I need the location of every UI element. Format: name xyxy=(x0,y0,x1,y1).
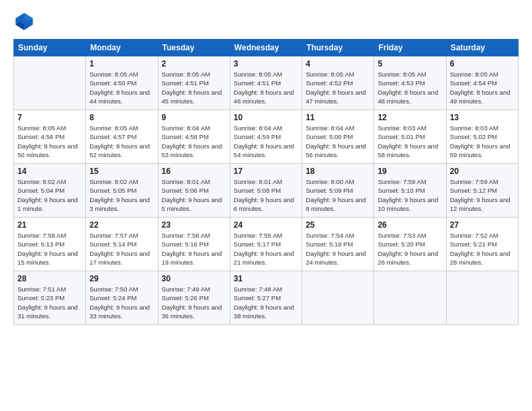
calendar-cell: 16Sunrise: 8:01 AMSunset: 5:06 PMDayligh… xyxy=(158,164,230,218)
header xyxy=(13,11,519,32)
calendar-cell: 21Sunrise: 7:58 AMSunset: 5:13 PMDayligh… xyxy=(14,218,86,271)
calendar-cell: 10Sunrise: 8:04 AMSunset: 4:59 PMDayligh… xyxy=(230,110,302,164)
calendar-cell: 27Sunrise: 7:52 AMSunset: 5:21 PMDayligh… xyxy=(446,218,518,271)
day-number: 12 xyxy=(378,113,442,122)
calendar-cell: 18Sunrise: 8:00 AMSunset: 5:09 PMDayligh… xyxy=(302,164,374,218)
weekday-header-sunday: Sunday xyxy=(14,40,86,56)
day-number: 4 xyxy=(306,59,370,68)
calendar-cell: 3Sunrise: 8:05 AMSunset: 4:51 PMDaylight… xyxy=(230,56,302,110)
weekday-header-wednesday: Wednesday xyxy=(230,40,302,56)
calendar-cell: 8Sunrise: 8:05 AMSunset: 4:57 PMDaylight… xyxy=(86,110,158,164)
day-number: 9 xyxy=(162,113,226,122)
day-number: 18 xyxy=(306,167,370,176)
day-info: Sunrise: 8:04 AMSunset: 4:58 PMDaylight:… xyxy=(162,124,226,159)
weekday-header-saturday: Saturday xyxy=(446,40,518,56)
calendar-cell: 7Sunrise: 8:05 AMSunset: 4:56 PMDaylight… xyxy=(14,110,86,164)
day-info: Sunrise: 7:48 AMSunset: 5:27 PMDaylight:… xyxy=(234,285,298,320)
day-info: Sunrise: 7:55 AMSunset: 5:17 PMDaylight:… xyxy=(234,231,298,267)
day-info: Sunrise: 8:05 AMSunset: 4:51 PMDaylight:… xyxy=(234,70,298,105)
calendar-cell: 24Sunrise: 7:55 AMSunset: 5:17 PMDayligh… xyxy=(230,218,302,271)
day-number: 24 xyxy=(234,220,298,230)
calendar-cell xyxy=(302,271,374,325)
day-info: Sunrise: 8:02 AMSunset: 5:05 PMDaylight:… xyxy=(89,177,154,213)
day-info: Sunrise: 8:05 AMSunset: 4:56 PMDaylight:… xyxy=(17,124,82,159)
day-number: 5 xyxy=(378,59,442,68)
weekday-header-friday: Friday xyxy=(374,40,446,56)
calendar-cell: 1Sunrise: 8:05 AMSunset: 4:50 PMDaylight… xyxy=(86,56,158,110)
weekday-header-row: SundayMondayTuesdayWednesdayThursdayFrid… xyxy=(14,40,519,56)
day-info: Sunrise: 7:49 AMSunset: 5:26 PMDaylight:… xyxy=(162,285,226,320)
calendar-cell: 15Sunrise: 8:02 AMSunset: 5:05 PMDayligh… xyxy=(86,164,158,218)
day-number: 1 xyxy=(89,59,154,68)
calendar-week-5: 28Sunrise: 7:51 AMSunset: 5:23 PMDayligh… xyxy=(14,271,519,325)
day-number: 7 xyxy=(17,113,82,122)
calendar-cell xyxy=(14,56,86,110)
day-info: Sunrise: 8:03 AMSunset: 5:02 PMDaylight:… xyxy=(450,124,515,159)
calendar-week-2: 7Sunrise: 8:05 AMSunset: 4:56 PMDaylight… xyxy=(14,110,519,164)
calendar-cell: 12Sunrise: 8:03 AMSunset: 5:01 PMDayligh… xyxy=(374,110,446,164)
day-info: Sunrise: 7:54 AMSunset: 5:18 PMDaylight:… xyxy=(306,231,370,267)
day-info: Sunrise: 7:50 AMSunset: 5:24 PMDaylight:… xyxy=(89,285,154,320)
day-number: 11 xyxy=(306,113,370,122)
calendar-cell: 23Sunrise: 7:56 AMSunset: 5:16 PMDayligh… xyxy=(158,218,230,271)
day-info: Sunrise: 7:59 AMSunset: 5:12 PMDaylight:… xyxy=(450,177,515,213)
calendar-cell: 11Sunrise: 8:04 AMSunset: 5:00 PMDayligh… xyxy=(302,110,374,164)
calendar-cell: 4Sunrise: 8:05 AMSunset: 4:52 PMDaylight… xyxy=(302,56,374,110)
day-number: 23 xyxy=(162,220,226,230)
calendar-cell: 29Sunrise: 7:50 AMSunset: 5:24 PMDayligh… xyxy=(86,271,158,325)
day-number: 20 xyxy=(450,167,515,176)
day-info: Sunrise: 7:58 AMSunset: 5:13 PMDaylight:… xyxy=(17,231,82,267)
weekday-header-thursday: Thursday xyxy=(302,40,374,56)
day-info: Sunrise: 7:57 AMSunset: 5:14 PMDaylight:… xyxy=(89,231,154,267)
day-number: 2 xyxy=(162,59,226,68)
calendar-week-1: 1Sunrise: 8:05 AMSunset: 4:50 PMDaylight… xyxy=(14,56,519,110)
day-number: 22 xyxy=(89,220,154,230)
logo xyxy=(13,11,38,32)
day-number: 6 xyxy=(450,59,515,68)
day-info: Sunrise: 7:51 AMSunset: 5:23 PMDaylight:… xyxy=(17,285,82,320)
calendar-cell: 5Sunrise: 8:05 AMSunset: 4:53 PMDaylight… xyxy=(374,56,446,110)
day-number: 10 xyxy=(234,113,298,122)
day-info: Sunrise: 8:05 AMSunset: 4:57 PMDaylight:… xyxy=(89,124,154,159)
day-info: Sunrise: 8:03 AMSunset: 5:01 PMDaylight:… xyxy=(378,124,442,159)
day-number: 21 xyxy=(17,220,82,230)
day-info: Sunrise: 7:59 AMSunset: 5:10 PMDaylight:… xyxy=(378,177,442,213)
day-info: Sunrise: 8:00 AMSunset: 5:09 PMDaylight:… xyxy=(306,177,370,213)
day-info: Sunrise: 8:01 AMSunset: 5:08 PMDaylight:… xyxy=(234,177,298,213)
day-info: Sunrise: 8:05 AMSunset: 4:52 PMDaylight:… xyxy=(306,70,370,105)
calendar-cell: 9Sunrise: 8:04 AMSunset: 4:58 PMDaylight… xyxy=(158,110,230,164)
calendar-cell: 20Sunrise: 7:59 AMSunset: 5:12 PMDayligh… xyxy=(446,164,518,218)
calendar-cell xyxy=(374,271,446,325)
calendar-cell: 17Sunrise: 8:01 AMSunset: 5:08 PMDayligh… xyxy=(230,164,302,218)
calendar-table: SundayMondayTuesdayWednesdayThursdayFrid… xyxy=(13,39,519,325)
day-number: 19 xyxy=(378,167,442,176)
day-info: Sunrise: 8:01 AMSunset: 5:06 PMDaylight:… xyxy=(162,177,226,213)
weekday-header-tuesday: Tuesday xyxy=(158,40,230,56)
calendar-cell: 26Sunrise: 7:53 AMSunset: 5:20 PMDayligh… xyxy=(374,218,446,271)
day-number: 8 xyxy=(89,113,154,122)
calendar-cell: 14Sunrise: 8:02 AMSunset: 5:04 PMDayligh… xyxy=(14,164,86,218)
calendar-cell: 13Sunrise: 8:03 AMSunset: 5:02 PMDayligh… xyxy=(446,110,518,164)
day-number: 16 xyxy=(162,167,226,176)
calendar-cell: 28Sunrise: 7:51 AMSunset: 5:23 PMDayligh… xyxy=(14,271,86,325)
day-info: Sunrise: 8:04 AMSunset: 5:00 PMDaylight:… xyxy=(306,124,370,159)
calendar-cell: 25Sunrise: 7:54 AMSunset: 5:18 PMDayligh… xyxy=(302,218,374,271)
day-number: 15 xyxy=(89,167,154,176)
page: SundayMondayTuesdayWednesdayThursdayFrid… xyxy=(0,0,532,411)
day-info: Sunrise: 8:05 AMSunset: 4:50 PMDaylight:… xyxy=(89,70,154,105)
day-info: Sunrise: 7:56 AMSunset: 5:16 PMDaylight:… xyxy=(162,231,226,267)
day-number: 27 xyxy=(450,220,515,230)
day-number: 31 xyxy=(234,274,298,283)
day-number: 30 xyxy=(162,274,226,283)
calendar-week-3: 14Sunrise: 8:02 AMSunset: 5:04 PMDayligh… xyxy=(14,164,519,218)
day-number: 26 xyxy=(378,220,442,230)
day-number: 25 xyxy=(306,220,370,230)
day-info: Sunrise: 7:52 AMSunset: 5:21 PMDaylight:… xyxy=(450,231,515,267)
calendar-cell: 22Sunrise: 7:57 AMSunset: 5:14 PMDayligh… xyxy=(86,218,158,271)
day-info: Sunrise: 8:02 AMSunset: 5:04 PMDaylight:… xyxy=(17,177,82,213)
day-info: Sunrise: 8:05 AMSunset: 4:54 PMDaylight:… xyxy=(450,70,515,105)
day-number: 13 xyxy=(450,113,515,122)
day-number: 14 xyxy=(17,167,82,176)
day-info: Sunrise: 8:05 AMSunset: 4:51 PMDaylight:… xyxy=(162,70,226,105)
day-number: 17 xyxy=(234,167,298,176)
